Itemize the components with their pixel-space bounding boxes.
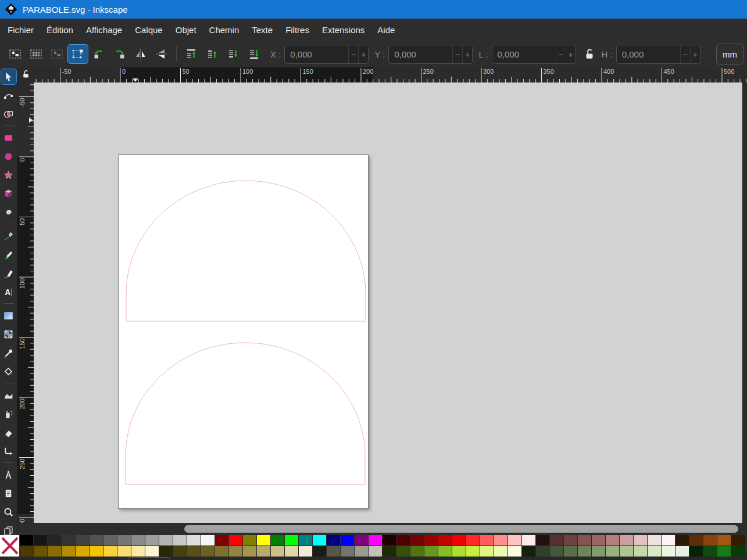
palette-swatch[interactable] [662, 546, 675, 557]
palette-swatch[interactable] [159, 546, 173, 557]
y-decrement-button[interactable]: − [452, 45, 462, 63]
l-increment-button[interactable]: + [566, 45, 576, 63]
horizontal-scrollbar[interactable] [17, 523, 747, 535]
palette-swatch[interactable] [634, 535, 648, 546]
palette-swatch[interactable] [648, 535, 662, 546]
measure-tool[interactable] [1, 467, 16, 482]
selection-cue-toggle-button[interactable] [68, 45, 88, 63]
shape-builder-tool[interactable] [1, 106, 16, 121]
node-editor-tool[interactable] [1, 88, 16, 103]
parabola-dome-lower[interactable] [126, 343, 365, 484]
palette-scrollbar-thumb[interactable] [128, 557, 170, 560]
deselect-button[interactable] [47, 45, 67, 63]
palette-swatch[interactable] [215, 535, 229, 546]
palette-swatch[interactable] [299, 535, 313, 546]
palette-swatch[interactable] [662, 535, 675, 546]
eraser-tool[interactable] [1, 425, 16, 440]
pen-tool[interactable] [1, 228, 16, 243]
palette-swatch[interactable] [508, 546, 522, 557]
rotate-cw-button[interactable] [110, 45, 130, 63]
menu-calque[interactable]: Calque [128, 20, 169, 40]
palette-swatch[interactable] [410, 546, 424, 557]
select-all-layers-button[interactable] [26, 45, 46, 63]
palette-swatch[interactable] [494, 546, 508, 557]
palette-swatch[interactable] [480, 546, 494, 557]
palette-swatch[interactable] [383, 546, 396, 557]
spiral-tool[interactable] [1, 204, 16, 220]
palette-swatch[interactable] [620, 546, 634, 557]
palette-swatch[interactable] [341, 546, 355, 557]
palette-swatch[interactable] [620, 535, 634, 546]
palette-swatch[interactable] [355, 535, 369, 546]
box-3d-tool[interactable] [1, 186, 16, 201]
palette-swatch[interactable] [466, 535, 480, 546]
palette-swatch[interactable] [271, 546, 285, 557]
palette-swatch[interactable] [396, 535, 410, 546]
palette-swatch[interactable] [522, 546, 536, 557]
palette-swatch[interactable] [90, 546, 103, 557]
menu-filtres[interactable]: Filtres [279, 20, 316, 40]
palette-swatch[interactable] [675, 535, 689, 546]
palette-swatch[interactable] [201, 535, 215, 546]
selector-tool[interactable] [1, 69, 16, 84]
star-tool[interactable] [1, 167, 16, 182]
palette-swatch[interactable] [187, 546, 201, 557]
palette-swatch[interactable] [313, 535, 327, 546]
palette-swatch[interactable] [34, 535, 48, 546]
lower-to-bottom-button[interactable] [244, 45, 264, 63]
pencil-tool[interactable] [1, 247, 16, 262]
palette-swatch[interactable] [452, 546, 466, 557]
palette-swatch[interactable] [438, 546, 452, 557]
raise-to-top-button[interactable] [181, 45, 201, 63]
palette-swatch[interactable] [341, 535, 355, 546]
palette-swatch[interactable] [675, 546, 689, 557]
palette-swatch[interactable] [34, 546, 48, 557]
l-decrement-button[interactable]: − [556, 45, 566, 63]
palette-swatch[interactable] [424, 546, 438, 557]
menu-affichage[interactable]: Affichage [80, 20, 128, 40]
h-coordinate-input[interactable]: 0,000−+ [616, 45, 700, 64]
palette-swatch[interactable] [76, 546, 90, 557]
palette-scrollbar[interactable] [0, 557, 747, 560]
menu-fichier[interactable]: Fichier [1, 20, 40, 40]
canvas[interactable] [34, 82, 742, 523]
menu-extensions[interactable]: Extensions [316, 20, 371, 40]
flip-horizontal-button[interactable] [131, 45, 151, 63]
no-color-swatch[interactable] [0, 535, 20, 557]
palette-swatch[interactable] [410, 535, 424, 546]
palette-swatch[interactable] [369, 546, 383, 557]
y-coordinate-input[interactable]: 0,000−+ [388, 45, 473, 64]
palette-swatch[interactable] [648, 546, 662, 557]
palette-swatch[interactable] [48, 546, 62, 557]
palette-swatch[interactable] [131, 535, 145, 546]
palette-swatch[interactable] [62, 546, 76, 557]
palette-swatch[interactable] [90, 535, 103, 546]
horizontal-scrollbar-thumb[interactable] [184, 525, 738, 533]
palette-swatch[interactable] [131, 546, 145, 557]
palette-swatch[interactable] [578, 535, 592, 546]
palette-swatch[interactable] [703, 546, 717, 557]
dropper-tool[interactable] [1, 345, 16, 360]
palette-swatch[interactable] [229, 535, 243, 546]
palette-swatch[interactable] [731, 535, 745, 546]
h-increment-button[interactable]: + [690, 45, 700, 63]
palette-swatch[interactable] [229, 546, 243, 557]
calligraphy-tool[interactable] [1, 265, 16, 281]
palette-swatch[interactable] [717, 546, 731, 557]
palette-swatch[interactable] [201, 546, 215, 557]
palette-swatch[interactable] [145, 546, 159, 557]
gradient-tool[interactable] [1, 308, 16, 323]
palette-swatch[interactable] [369, 535, 383, 546]
palette-swatch[interactable] [438, 535, 452, 546]
palette-swatch[interactable] [592, 535, 606, 546]
palette-swatch[interactable] [536, 535, 550, 546]
h-decrement-button[interactable]: − [680, 45, 690, 63]
palette-swatch[interactable] [606, 546, 620, 557]
zoom-tool[interactable] [1, 504, 16, 519]
horizontal-ruler[interactable]: -50050100150200250300350400450500 [34, 67, 747, 82]
palette-swatch[interactable] [48, 535, 62, 546]
connector-tool[interactable] [1, 443, 16, 458]
flip-vertical-button[interactable] [152, 45, 171, 63]
vertical-scrollbar[interactable] [742, 82, 747, 523]
palette-swatch[interactable] [62, 535, 76, 546]
